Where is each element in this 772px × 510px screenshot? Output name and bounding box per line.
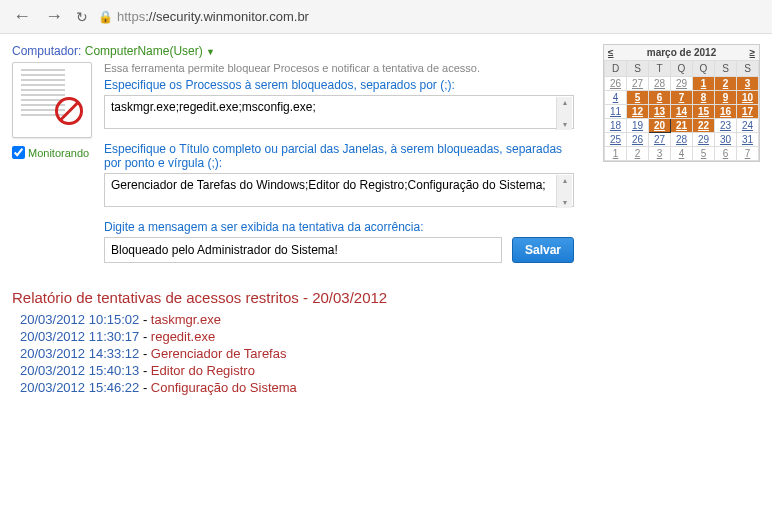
report-line: 20/03/2012 11:30:17 - regedit.exe [20,329,760,344]
message-label: Digite a mensagem a ser exibida na tenta… [104,220,574,234]
cal-day[interactable]: 26 [632,134,643,145]
windows-input[interactable] [104,173,574,207]
report-title: Relatório de tentativas de acessos restr… [12,289,760,306]
cal-day[interactable]: 4 [613,92,619,103]
cal-day[interactable]: 15 [698,106,709,117]
cal-day[interactable]: 26 [610,78,621,89]
cal-day[interactable]: 6 [723,148,729,159]
cal-day[interactable]: 1 [613,148,619,159]
refresh-icon[interactable]: ↻ [74,9,90,25]
browser-bar: ← → ↻ 🔒 https://security.winmonitor.com.… [0,0,772,34]
monitoring-checkbox-input[interactable] [12,146,25,159]
cal-day[interactable]: 6 [657,92,663,103]
cal-day-header: Q [693,61,715,77]
cal-day[interactable]: 2 [635,148,641,159]
computer-name-dropdown[interactable]: ComputerName(User) ▼ [85,44,215,58]
cal-day-header: S [737,61,759,77]
url-text: https://security.winmonitor.com.br [117,9,309,24]
cal-next-icon[interactable]: ≥ [750,47,756,58]
cal-day[interactable]: 2 [723,78,729,89]
chevron-down-icon: ▼ [206,47,215,57]
cal-day[interactable]: 19 [632,120,643,131]
cal-day[interactable]: 4 [679,148,685,159]
thumbnail-icon [12,62,92,138]
intro-text: Essa ferramenta permite bloquear Proceso… [104,62,574,74]
cal-day[interactable]: 29 [698,134,709,145]
blocked-icon [55,97,83,125]
url-bar[interactable]: 🔒 https://security.winmonitor.com.br [98,9,762,24]
cal-day[interactable]: 9 [723,92,729,103]
cal-day[interactable]: 17 [742,106,753,117]
processes-input[interactable] [104,95,574,129]
cal-day-header: T [649,61,671,77]
report-line: 20/03/2012 10:15:02 - taskmgr.exe [20,312,760,327]
cal-day[interactable]: 24 [742,120,753,131]
cal-day[interactable]: 28 [676,134,687,145]
cal-day[interactable]: 20 [654,120,665,131]
cal-day[interactable]: 14 [676,106,687,117]
monitoring-checkbox[interactable]: Monitorando [12,146,94,159]
cal-day[interactable]: 1 [701,78,707,89]
cal-day[interactable]: 21 [676,120,687,131]
report-line: 20/03/2012 15:40:13 - Editor do Registro [20,363,760,378]
cal-day[interactable]: 7 [679,92,685,103]
forward-icon[interactable]: → [42,6,66,27]
cal-day-header: Q [671,61,693,77]
cal-day[interactable]: 12 [632,106,643,117]
cal-day[interactable]: 3 [745,78,751,89]
calendar-table: DSTQQSS 26272829123456789101112131415161… [604,60,759,161]
cal-day[interactable]: 7 [745,148,751,159]
cal-prev-icon[interactable]: ≤ [608,47,614,58]
cal-day[interactable]: 31 [742,134,753,145]
cal-day[interactable]: 25 [610,134,621,145]
cal-day[interactable]: 5 [635,92,641,103]
cal-day[interactable]: 11 [610,106,621,117]
message-input[interactable] [104,237,502,263]
back-icon[interactable]: ← [10,6,34,27]
cal-day[interactable]: 8 [701,92,707,103]
report-line: 20/03/2012 14:33:12 - Gerenciador de Tar… [20,346,760,361]
processes-label: Especifique os Processos à serem bloquea… [104,78,574,92]
cal-day[interactable]: 3 [657,148,663,159]
cal-day-header: S [627,61,649,77]
save-button[interactable]: Salvar [512,237,574,263]
cal-day[interactable]: 28 [654,78,665,89]
cal-day-header: D [605,61,627,77]
scrollbar[interactable]: ▴▾ [556,97,572,130]
cal-day[interactable]: 10 [742,92,753,103]
report-line: 20/03/2012 15:46:22 - Configuração do Si… [20,380,760,395]
cal-day[interactable]: 16 [720,106,731,117]
cal-day[interactable]: 18 [610,120,621,131]
cal-day-header: S [715,61,737,77]
lock-icon: 🔒 [98,10,113,24]
cal-day[interactable]: 27 [654,134,665,145]
cal-day[interactable]: 27 [632,78,643,89]
calendar: ≤ março de 2012 ≥ DSTQQSS 26272829123456… [603,44,760,162]
cal-day[interactable]: 30 [720,134,731,145]
cal-day[interactable]: 29 [676,78,687,89]
cal-day[interactable]: 13 [654,106,665,117]
windows-label: Especifique o Título completo ou parcial… [104,142,574,170]
cal-day[interactable]: 23 [720,120,731,131]
cal-title: março de 2012 [647,47,717,58]
cal-day[interactable]: 22 [698,120,709,131]
scrollbar[interactable]: ▴▾ [556,175,572,208]
cal-day[interactable]: 5 [701,148,707,159]
